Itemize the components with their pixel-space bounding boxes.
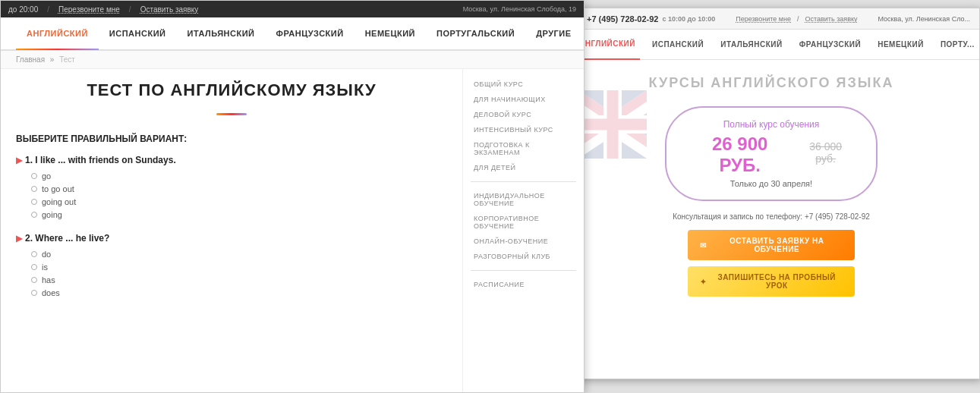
top-bar: до 20:00 / Перезвоните мне / Оставить за…	[1, 1, 584, 17]
sidebar-link-corporate[interactable]: КОРПОРАТИВНОЕ ОБУЧЕНИЕ	[463, 211, 584, 234]
left-window: до 20:00 / Перезвоните мне / Оставить за…	[0, 0, 585, 393]
right-content: КУРСЫ АНГЛИЙСКОГО ЯЗЫКА Полный курс обуч…	[563, 60, 979, 379]
right-nav-spanish[interactable]: ИСПАНСКИЙ	[648, 30, 708, 60]
nav-bar: АНГЛИЙСКИЙ ИСПАНСКИЙ ИТАЛЬЯНСКИЙ ФРАНЦУЗ…	[1, 17, 584, 51]
question-1-arrow: ▶	[16, 156, 22, 165]
nav-item-portuguese[interactable]: ПОРТУГАЛЬСКИЙ	[426, 17, 525, 50]
right-top-bar: 📞 +7 (495) 728-02-92 с 10:00 до 10:00 Пе…	[563, 8, 979, 30]
option-2-4-dot[interactable]	[31, 290, 37, 296]
right-callback[interactable]: Перезвоните мне	[736, 15, 791, 23]
screenshot-container: до 20:00 / Перезвоните мне / Оставить за…	[0, 0, 980, 393]
question-2: ▶ 2. Where ... he live? do is	[16, 233, 447, 297]
star-icon: ✦	[700, 278, 707, 286]
sidebar-link-kids[interactable]: ДЛЯ ДЕТЕЙ	[463, 160, 584, 175]
left-sidebar: ОБЩИЙ КУРС ДЛЯ НАЧИНАЮЩИХ ДЕЛОВОЙ КУРС И…	[462, 69, 584, 392]
top-bar-time: до 20:00	[8, 5, 38, 14]
question-2-text: ▶ 2. Where ... he live?	[16, 233, 447, 244]
question-2-arrow: ▶	[16, 234, 22, 244]
option-2-1-dot[interactable]	[31, 251, 37, 257]
envelope-icon: ✉	[700, 241, 707, 250]
breadcrumb-current: Тест	[59, 55, 75, 64]
leave-request-link[interactable]: Оставить заявку	[140, 5, 199, 14]
price-main: 26 900 РУБ.	[689, 134, 790, 176]
question-1-options: go to go out going out going	[31, 171, 447, 219]
nav-item-french[interactable]: ФРАНЦУЗСКИЙ	[266, 17, 355, 50]
right-phone: 📞 +7 (495) 728-02-92 с 10:00 до 10:00	[572, 14, 715, 24]
sidebar-divider-2	[471, 270, 576, 271]
trial-button[interactable]: ✦ ЗАПИШИТЕСЬ НА ПРОБНЫЙ УРОК	[688, 266, 855, 297]
option-2-2[interactable]: is	[31, 263, 447, 272]
option-2-1[interactable]: do	[31, 250, 447, 259]
sidebar-link-beginners[interactable]: ДЛЯ НАЧИНАЮЩИХ	[463, 92, 584, 107]
request-button[interactable]: ✉ ОСТАВИТЬ ЗАЯВКУ НА ОБУЧЕНИЕ	[688, 230, 855, 260]
breadcrumb: Главная » Тест	[1, 51, 584, 69]
title-underline	[16, 105, 447, 118]
nav-item-english[interactable]: АНГЛИЙСКИЙ	[16, 17, 99, 50]
option-1-2[interactable]: to go out	[31, 184, 447, 193]
breadcrumb-home[interactable]: Главная	[16, 55, 45, 64]
question-2-options: do is has does	[31, 250, 447, 297]
question-1-text: ▶ 1. I like ... with friends on Sundays.	[16, 155, 447, 165]
right-window: 📞 +7 (495) 728-02-92 с 10:00 до 10:00 Пе…	[562, 8, 980, 379]
right-leave-request[interactable]: Оставить заявку	[805, 15, 858, 23]
option-2-3[interactable]: has	[31, 275, 447, 285]
content-area: ТЕСТ ПО АНГЛИЙСКОМУ ЯЗЫКУ ВЫБЕРИТЕ ПРАВИ…	[1, 69, 462, 392]
option-2-3-dot[interactable]	[31, 277, 37, 283]
option-2-2-dot[interactable]	[31, 264, 37, 270]
uk-flag-watermark	[578, 90, 647, 159]
svg-rect-8	[578, 119, 647, 130]
price-label: Полный курс обучения	[689, 119, 853, 130]
option-1-4[interactable]: going	[31, 210, 447, 219]
right-nav-german[interactable]: НЕМЕЦКИЙ	[873, 30, 928, 60]
right-nav-french[interactable]: ФРАНЦУЗСКИЙ	[795, 30, 866, 60]
right-top-links: Перезвоните мне / Оставить заявку	[736, 15, 857, 23]
page-title: ТЕСТ ПО АНГЛИЙСКОМУ ЯЗЫКУ	[16, 80, 447, 100]
option-1-1-dot[interactable]	[31, 173, 37, 179]
option-2-4[interactable]: does	[31, 288, 447, 297]
nav-item-italian[interactable]: ИТАЛЬЯНСКИЙ	[176, 17, 265, 50]
nav-item-german[interactable]: НЕМЕЦКИЙ	[355, 17, 426, 50]
price-old: 36 000 руб.	[798, 140, 853, 165]
sidebar-link-intensive[interactable]: ИНТЕНСИВНЫЙ КУРС	[463, 122, 584, 137]
sidebar-link-exams[interactable]: ПОДГОТОВКА К ЭКЗАМЕНАМ	[463, 137, 584, 160]
sidebar-link-business[interactable]: ДЕЛОВОЙ КУРС	[463, 107, 584, 122]
consultation-text: Консультация и запись по телефону: +7 (4…	[673, 212, 870, 221]
option-1-2-dot[interactable]	[31, 186, 37, 192]
option-1-1[interactable]: go	[31, 171, 447, 181]
callback-link[interactable]: Перезвоните мне	[58, 5, 120, 14]
right-main: КУРСЫ АНГЛИЙСКОГО ЯЗЫКА Полный курс обуч…	[563, 60, 979, 379]
right-nav-portuguese[interactable]: ПОРТУ...	[936, 30, 979, 60]
top-bar-address: Москва, ул. Ленинская Слобода, 19	[463, 5, 576, 13]
question-1: ▶ 1. I like ... with friends on Sundays.…	[16, 155, 447, 219]
sidebar-link-online[interactable]: ОНЛАЙН-ОБУЧЕНИЕ	[463, 234, 584, 249]
right-page-title: КУРСЫ АНГЛИЙСКОГО ЯЗЫКА	[649, 75, 894, 91]
option-1-4-dot[interactable]	[31, 212, 37, 218]
sidebar-link-club[interactable]: РАЗГОВОРНЫЙ КЛУБ	[463, 249, 584, 264]
price-bubble: Полный курс обучения 26 900 РУБ. 36 000 …	[665, 106, 878, 201]
option-1-3[interactable]: going out	[31, 197, 447, 206]
price-until: Только до 30 апреля!	[689, 179, 853, 188]
right-nav-italian[interactable]: ИТАЛЬЯНСКИЙ	[716, 30, 786, 60]
sidebar-link-individual[interactable]: ИНДИВИДУАЛЬНОЕ ОБУЧЕНИЕ	[463, 188, 584, 211]
right-address: Москва, ул. Ленинская Сло...	[878, 15, 970, 23]
sidebar-link-general[interactable]: ОБЩИЙ КУРС	[463, 77, 584, 92]
option-1-3-dot[interactable]	[31, 199, 37, 205]
section-label: ВЫБЕРИТЕ ПРАВИЛЬНЫЙ ВАРИАНТ:	[16, 134, 447, 144]
right-nav: АНГЛИЙСКИЙ ИСПАНСКИЙ ИТАЛЬЯНСКИЙ ФРАНЦУЗ…	[563, 30, 979, 60]
price-row: 26 900 РУБ. 36 000 руб.	[689, 134, 853, 176]
sidebar-divider-1	[471, 181, 576, 182]
nav-item-spanish[interactable]: ИСПАНСКИЙ	[99, 17, 177, 50]
nav-item-other[interactable]: ДРУГИЕ	[525, 17, 581, 50]
top-bar-left: до 20:00 / Перезвоните мне / Оставить за…	[8, 5, 198, 14]
sidebar-link-schedule[interactable]: РАСПИСАНИЕ	[463, 277, 584, 292]
main-content: ТЕСТ ПО АНГЛИЙСКОМУ ЯЗЫКУ ВЫБЕРИТЕ ПРАВИ…	[1, 69, 584, 392]
